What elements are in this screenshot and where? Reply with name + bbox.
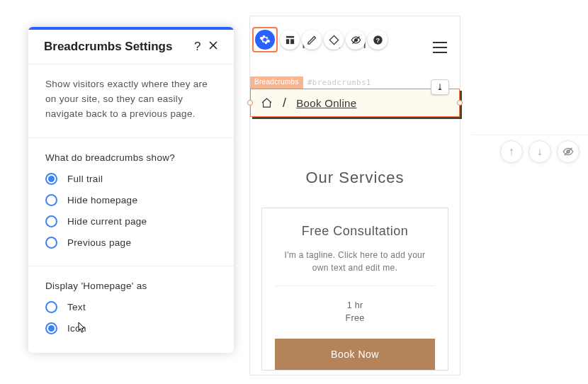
radio-full-trail[interactable]: Full trail	[45, 173, 217, 185]
radio-icon-option[interactable]: Icon	[45, 322, 217, 334]
layout-icon[interactable]	[280, 30, 300, 50]
move-up-button[interactable]: ↑	[500, 140, 523, 163]
animation-icon[interactable]	[324, 30, 344, 50]
radio-icon	[45, 173, 57, 185]
visibility-button[interactable]	[557, 140, 579, 163]
element-id-text: #breadcrumbs1	[303, 77, 375, 89]
breadcrumb-element[interactable]: Breadcrumbs #breadcrumbs1 / Book Online …	[250, 77, 460, 117]
download-icon[interactable]: ⤓	[431, 79, 449, 95]
radio-label: Hide homepage	[67, 195, 137, 205]
display-section: Display 'Homepage' as Text Icon	[28, 266, 234, 353]
hide-icon[interactable]	[346, 30, 366, 50]
radio-label: Full trail	[67, 174, 103, 184]
services-heading: Our Services	[250, 169, 460, 187]
resize-handle-left[interactable]	[247, 100, 253, 106]
radio-hide-homepage[interactable]: Hide homepage	[45, 194, 217, 206]
radio-label: Hide current page	[67, 216, 147, 227]
close-icon[interactable]	[205, 40, 221, 54]
radio-icon	[45, 215, 57, 227]
breadcrumbs-settings-panel: Breadcrumbs Settings ? Show visitors exa…	[28, 27, 234, 353]
canvas-side-controls: ↑ ↓	[500, 140, 579, 163]
panel-description: Show visitors exactly where they are on …	[28, 64, 234, 138]
horizontal-rule	[472, 135, 588, 135]
radio-hide-current-page[interactable]: Hide current page	[45, 215, 217, 227]
service-meta: 1 hr Free	[275, 286, 435, 339]
home-icon[interactable]	[261, 97, 273, 109]
radio-icon	[45, 194, 57, 206]
svg-rect-4	[290, 39, 294, 44]
svg-text:?: ?	[375, 36, 380, 43]
help-icon[interactable]: ?	[190, 40, 205, 54]
panel-title: Breadcrumbs Settings	[44, 40, 190, 54]
service-tagline[interactable]: I'm a tagline. Click here to add your ow…	[275, 249, 435, 286]
svg-rect-2	[285, 35, 293, 38]
display-section-title: Display 'Homepage' as	[45, 281, 217, 291]
breadcrumb-current-page[interactable]: Book Online	[296, 97, 356, 109]
settings-button[interactable]	[252, 27, 278, 52]
element-toolbar: ?	[252, 27, 388, 52]
show-section: What do breadcrumbs show? Full trail Hid…	[28, 138, 234, 266]
breadcrumb-bar[interactable]: / Book Online ⤓	[250, 89, 460, 117]
radio-previous-page[interactable]: Previous page	[45, 237, 217, 249]
element-type-badge: Breadcrumbs	[250, 77, 303, 89]
resize-handle-right[interactable]	[457, 100, 463, 106]
hamburger-menu-icon[interactable]	[429, 38, 451, 57]
move-down-button[interactable]: ↓	[528, 140, 551, 163]
gear-icon	[255, 30, 275, 50]
radio-icon	[45, 322, 57, 334]
element-id-row: Breadcrumbs #breadcrumbs1	[250, 77, 460, 89]
radio-label: Text	[67, 302, 86, 312]
radio-text[interactable]: Text	[45, 301, 217, 313]
service-price: Free	[275, 313, 435, 323]
radio-icon	[45, 237, 57, 249]
svg-rect-3	[285, 39, 288, 44]
book-now-button[interactable]: Book Now	[275, 339, 435, 370]
svg-rect-5	[329, 35, 338, 44]
help-circle-icon[interactable]: ?	[368, 30, 388, 50]
radio-icon	[45, 301, 57, 313]
service-duration: 1 hr	[275, 300, 435, 310]
panel-header: Breadcrumbs Settings ?	[28, 30, 234, 64]
show-section-title: What do breadcrumbs show?	[45, 152, 217, 163]
radio-label: Previous page	[67, 237, 131, 248]
radio-label: Icon	[67, 323, 86, 334]
preview-canvas: H n Cl Breadcrumbs #breadcrumbs1 / Book …	[249, 16, 460, 375]
service-title: Free Consultation	[275, 224, 435, 239]
service-card: Free Consultation I'm a tagline. Click h…	[261, 208, 448, 371]
design-icon[interactable]	[302, 30, 322, 50]
breadcrumb-separator: /	[283, 96, 286, 111]
